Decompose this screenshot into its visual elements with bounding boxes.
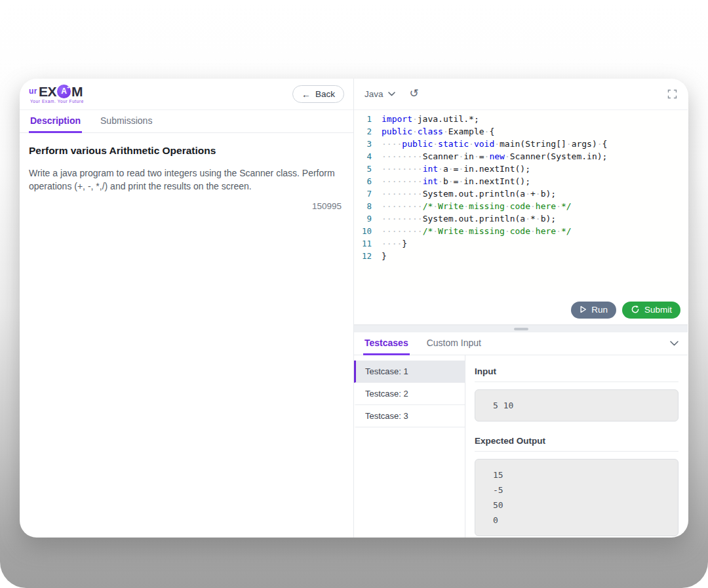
logo-wordmark: ur EX A + M: [29, 85, 84, 98]
tab-submissions[interactable]: Submissions: [99, 110, 153, 133]
problem-description: Write a java program to read two integer…: [29, 167, 343, 193]
line-number: 12: [354, 250, 382, 262]
code-text: ····}: [382, 237, 407, 250]
editor-panel: Java ↺ 1import·java.util.*;2public·class…: [354, 79, 688, 538]
problem-panel-header: ur EX A + M Your Exam. Your Future ← Bac…: [20, 79, 353, 110]
expected-output-label: Expected Output: [475, 431, 678, 452]
testcase-item-3[interactable]: Testcase: 3: [354, 405, 465, 427]
submit-button[interactable]: Submit: [622, 302, 680, 319]
input-value-box: 5 10: [475, 389, 678, 421]
code-text: ········System.out.println(a·+·b);: [382, 187, 556, 200]
urexam-logo: ur EX A + M Your Exam. Your Future: [29, 85, 84, 104]
tab-testcases[interactable]: Testcases: [363, 332, 410, 355]
testcase-detail: Input 5 10 Expected Output 15-5500: [465, 355, 688, 538]
back-button-label: Back: [315, 89, 335, 99]
editor-header: Java ↺: [354, 79, 688, 110]
chevron-down-icon: [670, 341, 678, 346]
code-text: ····public·static·void·main(String[]·arg…: [382, 138, 607, 150]
problem-title: Perform various Arithmetic Operations: [29, 145, 343, 157]
logo-prefix: ur: [29, 87, 37, 95]
expected-output-box: 15-5500: [475, 459, 678, 536]
code-line[interactable]: 6········int·b·=·in.nextInt();: [354, 175, 688, 187]
testcase-item-2[interactable]: Testcase: 2: [354, 383, 465, 405]
logo-badge-letter: A: [61, 87, 67, 95]
testcase-list: Testcase: 1 Testcase: 2 Testcase: 3: [354, 355, 465, 538]
line-number: 11: [354, 237, 382, 250]
play-icon: [580, 305, 587, 313]
code-editor[interactable]: 1import·java.util.*;2public·class·Exampl…: [354, 110, 688, 295]
logo-m: M: [71, 85, 83, 98]
tab-custom-input[interactable]: Custom Input: [425, 332, 482, 355]
code-line[interactable]: 3····public·static·void·main(String[]·ar…: [354, 138, 688, 150]
code-line[interactable]: 1import·java.util.*;: [354, 113, 688, 125]
left-arrow-icon: ←: [302, 90, 311, 99]
line-number: 8: [354, 200, 382, 212]
testcase-tabs: Testcases Custom Input: [354, 332, 688, 355]
reset-code-icon[interactable]: ↺: [410, 88, 419, 99]
line-number: 10: [354, 225, 382, 237]
line-number: 9: [354, 212, 382, 225]
logo-badge-plus: +: [67, 85, 69, 90]
expected-output-line: 15: [493, 467, 667, 482]
line-number: 5: [354, 163, 382, 175]
code-line[interactable]: 7········System.out.println(a·+·b);: [354, 187, 688, 200]
background-gradient: ur EX A + M Your Exam. Your Future ← Bac…: [0, 0, 708, 588]
submit-button-label: Submit: [644, 305, 672, 315]
line-number: 4: [354, 150, 382, 163]
language-value: Java: [364, 89, 384, 99]
code-text: }: [382, 250, 387, 262]
code-text: public·class·Example·{: [382, 125, 494, 138]
code-line[interactable]: 5········int·a·=·in.nextInt();: [354, 163, 688, 175]
logo-tagline: Your Exam. Your Future: [29, 100, 84, 104]
problem-content: Perform various Arithmetic Operations Wr…: [20, 133, 353, 211]
editor-actions: Run Submit: [354, 295, 688, 324]
line-number: 6: [354, 175, 382, 187]
code-line[interactable]: 2public·class·Example·{: [354, 125, 688, 138]
run-button-label: Run: [591, 305, 608, 315]
testcase-item-1[interactable]: Testcase: 1: [354, 361, 465, 383]
exam-window: ur EX A + M Your Exam. Your Future ← Bac…: [20, 79, 688, 538]
panel-splitter[interactable]: [354, 324, 688, 332]
line-number: 1: [354, 113, 382, 125]
tab-description[interactable]: Description: [29, 110, 82, 133]
collapse-panel-button[interactable]: [670, 341, 678, 346]
splitter-handle-icon[interactable]: [514, 328, 528, 330]
line-number: 3: [354, 138, 382, 150]
code-text: ········/*·Write·missing·code·here·*/: [382, 225, 572, 237]
expected-output-line: 0: [493, 513, 667, 528]
code-line[interactable]: 4········Scanner·in·=·new·Scanner(System…: [354, 150, 688, 163]
code-line[interactable]: 10········/*·Write·missing·code·here·*/: [354, 225, 688, 237]
problem-tabs: Description Submissions: [20, 110, 353, 133]
code-line[interactable]: 9········System.out.println(a·*·b);: [354, 212, 688, 225]
logo-a-plus-badge: A +: [57, 85, 71, 98]
run-button[interactable]: Run: [571, 302, 616, 319]
problem-panel: ur EX A + M Your Exam. Your Future ← Bac…: [20, 79, 354, 538]
expected-output-line: -5: [493, 482, 667, 498]
logo-ex: EX: [39, 85, 56, 98]
code-text: ········Scanner·in·=·new·Scanner(System.…: [382, 150, 607, 163]
line-number: 7: [354, 187, 382, 200]
testcase-body: Testcase: 1 Testcase: 2 Testcase: 3 Inpu…: [354, 355, 688, 538]
code-text: ········int·a·=·in.nextInt();: [382, 163, 530, 175]
code-line[interactable]: 8········/*·Write·missing·code·here·*/: [354, 200, 688, 212]
back-button[interactable]: ← Back: [292, 85, 344, 103]
problem-id: 150995: [29, 201, 343, 211]
code-line[interactable]: 11····}: [354, 237, 688, 250]
input-label: Input: [475, 362, 678, 382]
upload-arrow-icon: [631, 305, 640, 314]
expected-output-line: 50: [493, 498, 667, 513]
code-text: ········int·b·=·in.nextInt();: [382, 175, 530, 187]
chevron-down-icon: [388, 92, 395, 96]
language-selector[interactable]: Java: [364, 89, 395, 99]
code-text: ········/*·Write·missing·code·here·*/: [382, 200, 572, 212]
line-number: 2: [354, 125, 382, 138]
code-lines: 1import·java.util.*;2public·class·Exampl…: [354, 113, 688, 262]
code-text: ········System.out.println(a·*·b);: [382, 212, 556, 225]
code-line[interactable]: 12}: [354, 250, 688, 262]
fullscreen-icon[interactable]: [667, 89, 677, 99]
code-text: import·java.util.*;: [382, 113, 479, 125]
